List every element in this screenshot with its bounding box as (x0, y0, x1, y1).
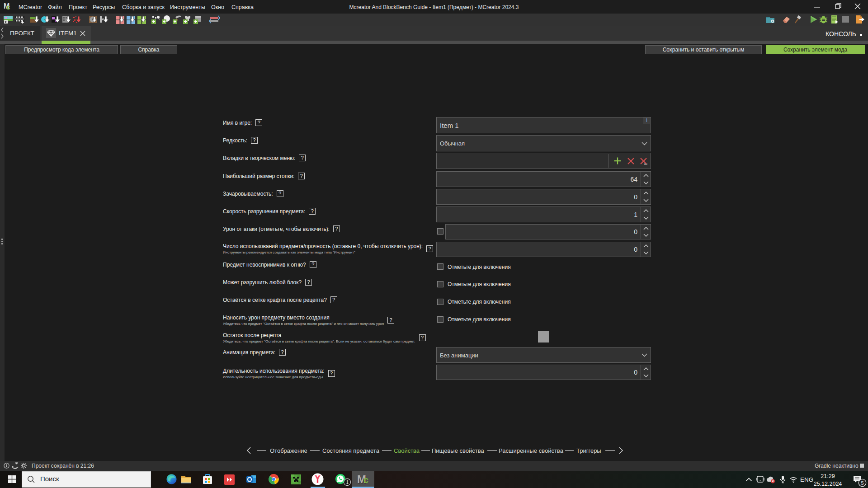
svg-text:5: 5 (861, 480, 864, 486)
svg-text:ALL: ALL (644, 163, 648, 165)
svg-text:1: 1 (346, 480, 349, 485)
